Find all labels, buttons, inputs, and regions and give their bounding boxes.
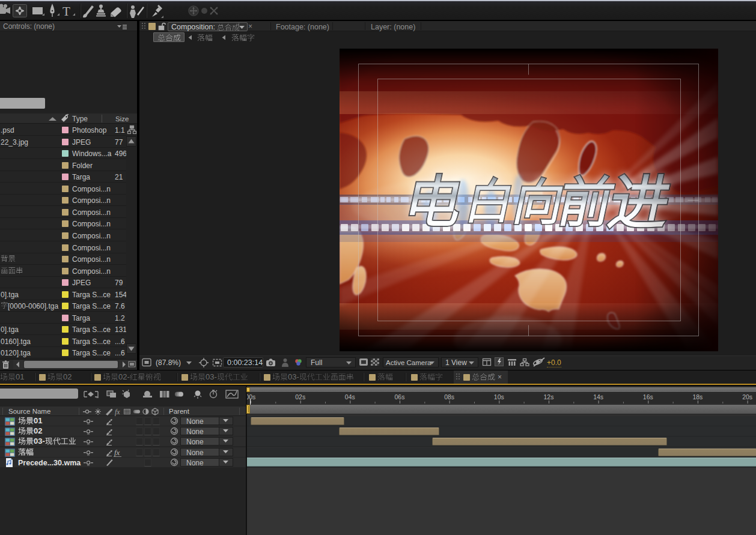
svg-text:20s: 20s bbox=[742, 393, 752, 400]
svg-text:02: 02 bbox=[34, 426, 42, 435]
svg-text:08s: 08s bbox=[444, 393, 454, 400]
svg-text:02: 02 bbox=[63, 372, 72, 381]
svg-text:04s: 04s bbox=[345, 393, 355, 400]
svg-text:16s: 16s bbox=[643, 393, 653, 400]
svg-text:02-: 02- bbox=[118, 372, 130, 381]
svg-text:01: 01 bbox=[34, 416, 42, 425]
svg-text:12s: 12s bbox=[544, 393, 554, 400]
svg-text:10s: 10s bbox=[494, 393, 504, 400]
svg-text:):00s: ):00s bbox=[247, 393, 255, 400]
svg-text:03-: 03- bbox=[288, 372, 299, 381]
svg-text:02s: 02s bbox=[295, 393, 305, 400]
svg-text:01: 01 bbox=[16, 372, 24, 381]
svg-text:18s: 18s bbox=[692, 393, 703, 400]
svg-text:T: T bbox=[62, 4, 70, 19]
svg-text:06s: 06s bbox=[395, 393, 405, 400]
svg-text:fx: fx bbox=[115, 408, 120, 416]
svg-text:03-: 03- bbox=[34, 437, 45, 446]
svg-text:03-: 03- bbox=[206, 372, 217, 381]
svg-text:14s: 14s bbox=[593, 393, 603, 400]
